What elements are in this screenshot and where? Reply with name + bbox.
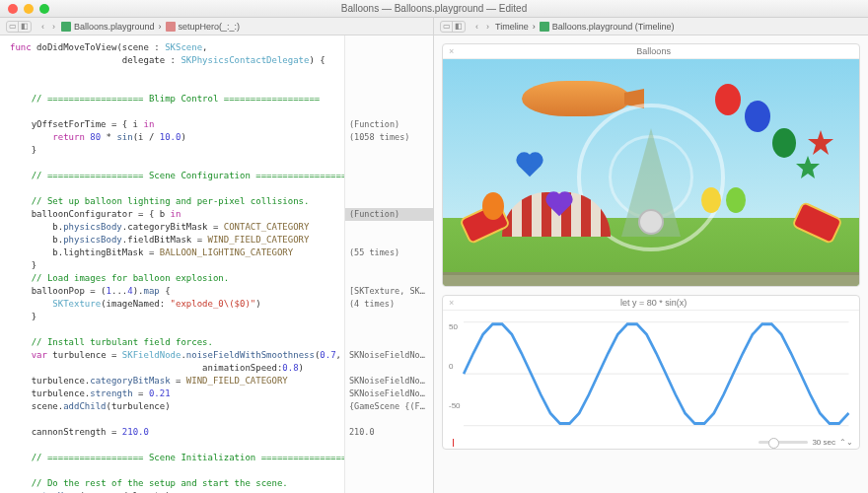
- axis-tick-label: -50: [449, 401, 461, 410]
- result-cell: [349, 54, 429, 67]
- duration-slider[interactable]: [759, 441, 808, 444]
- result-cell: [349, 234, 429, 246]
- result-cell: [349, 182, 429, 195]
- result-cell[interactable]: (Function): [349, 118, 429, 131]
- window-titlebar: Balloons — Balloons.playground — Edited: [0, 0, 868, 18]
- result-cell[interactable]: (Function): [345, 208, 433, 221]
- result-cell: [349, 170, 429, 182]
- balloon-blue: [745, 101, 770, 132]
- traffic-lights[interactable]: [8, 4, 49, 14]
- playground-file-icon: [540, 22, 549, 32]
- result-cell: [349, 259, 429, 272]
- balloon-star-green: [796, 156, 820, 179]
- layout-assist-icon[interactable]: ◧: [453, 22, 465, 32]
- nav-forward-button[interactable]: ›: [50, 22, 57, 32]
- stepper-icon[interactable]: ⌃⌄: [839, 438, 853, 447]
- result-cell: [349, 272, 429, 285]
- result-cell: [349, 311, 429, 323]
- breadcrumb-segment[interactable]: Balloons.playground: [61, 22, 155, 32]
- result-cell[interactable]: 210.0: [349, 426, 429, 439]
- zoom-window-button[interactable]: [39, 4, 49, 14]
- cannon-right-sprite: [791, 201, 843, 245]
- result-cell[interactable]: (55 times): [349, 246, 429, 259]
- result-cell[interactable]: {GameScene {(Function) {(F…: [349, 400, 429, 413]
- result-cell: [349, 144, 429, 157]
- result-cell: [349, 67, 429, 80]
- sine-chart[interactable]: 50 0 -50 30 sec ⌃⌄: [443, 311, 859, 449]
- result-cell: [349, 80, 429, 93]
- balloon-lime: [726, 187, 746, 213]
- close-icon[interactable]: ×: [449, 298, 454, 308]
- value-history-chart-card: × let y = 80 * sin(x) 50 0 -50 30 sec ⌃⌄: [442, 295, 860, 450]
- nav-back-button[interactable]: ‹: [473, 22, 480, 32]
- card-title: let y = 80 * sin(x): [620, 298, 687, 308]
- source-code-editor[interactable]: func doDidMoveToView(scene : SKScene, de…: [0, 35, 344, 493]
- svg-marker-1: [796, 156, 820, 178]
- breadcrumb-segment[interactable]: Timeline: [495, 22, 529, 32]
- close-icon[interactable]: ×: [449, 46, 454, 56]
- layout-assist-icon[interactable]: ◧: [19, 22, 31, 32]
- scene-preview-card: × Balloons: [442, 43, 860, 287]
- balloon-red: [715, 84, 741, 115]
- result-cell[interactable]: SKNoiseFieldNode: [349, 349, 429, 362]
- timeline-duration-control[interactable]: 30 sec ⌃⌄: [759, 438, 853, 447]
- window-title: Balloons — Balloons.playground — Edited: [341, 3, 527, 14]
- result-cell: [349, 452, 429, 464]
- result-cell[interactable]: [SKTexture, SKTexture, SKTe…: [349, 285, 429, 298]
- result-cell[interactable]: SKNoiseFieldNode: [349, 387, 429, 400]
- editor-layout-toggle[interactable]: ▭◧: [440, 21, 466, 33]
- result-cell[interactable]: (4 times): [349, 298, 429, 311]
- result-cell: [349, 93, 429, 106]
- editor-layout-toggle[interactable]: ▭◧: [6, 21, 32, 33]
- result-cell: [349, 106, 429, 118]
- result-cell: [349, 477, 429, 490]
- nav-back-button[interactable]: ‹: [39, 22, 46, 32]
- minimize-window-button[interactable]: [24, 4, 34, 14]
- ground-sprite: [443, 272, 859, 286]
- playground-file-icon: [61, 22, 71, 32]
- result-cell: [349, 413, 429, 426]
- result-cell[interactable]: (1058 times): [349, 131, 429, 144]
- chevron-right-icon: ›: [159, 22, 162, 32]
- balloon-orange: [482, 192, 504, 220]
- layout-standard-icon[interactable]: ▭: [7, 22, 19, 32]
- results-sidebar[interactable]: (Function)(1058 times)(Function)(55 time…: [344, 35, 433, 493]
- result-cell: [349, 221, 429, 234]
- result-cell: [349, 464, 429, 477]
- jump-bar: ▭◧ ‹ › Balloons.playground › setupHero(_…: [0, 18, 868, 35]
- nav-forward-button[interactable]: ›: [484, 22, 491, 32]
- balloon-heart-blue: [519, 155, 542, 177]
- result-cell: [349, 323, 429, 336]
- svg-marker-0: [808, 130, 833, 155]
- layout-standard-icon[interactable]: ▭: [441, 22, 453, 32]
- result-cell[interactable]: SKNoiseFieldNode: [349, 375, 429, 387]
- breadcrumb-segment[interactable]: setupHero(_:_:): [166, 22, 241, 32]
- method-icon: [166, 22, 176, 32]
- result-cell: [349, 195, 429, 208]
- balloon-star-red: [808, 130, 833, 156]
- blimp-sprite: [522, 81, 630, 116]
- breadcrumb-segment[interactable]: Balloons.playground (Timeline): [540, 22, 675, 32]
- chevron-right-icon: ›: [533, 22, 536, 32]
- balloon-green: [772, 128, 796, 158]
- close-window-button[interactable]: [8, 4, 18, 14]
- playhead-marker[interactable]: [453, 439, 454, 447]
- timeline-pane: × Balloons: [434, 35, 868, 493]
- duration-label: 30 sec: [812, 438, 835, 447]
- result-cell: [349, 157, 429, 170]
- axis-tick-label: 0: [449, 362, 453, 371]
- result-cell: [349, 41, 429, 54]
- source-editor-pane: func doDidMoveToView(scene : SKScene, de…: [0, 35, 434, 493]
- balloon-yellow: [701, 187, 721, 213]
- result-cell: [349, 336, 429, 349]
- result-cell: [349, 362, 429, 375]
- scene-live-view[interactable]: [443, 59, 859, 286]
- card-title: Balloons: [636, 46, 671, 56]
- fan-sprite: [638, 209, 664, 235]
- result-cell: [349, 439, 429, 452]
- axis-tick-label: 50: [449, 322, 458, 331]
